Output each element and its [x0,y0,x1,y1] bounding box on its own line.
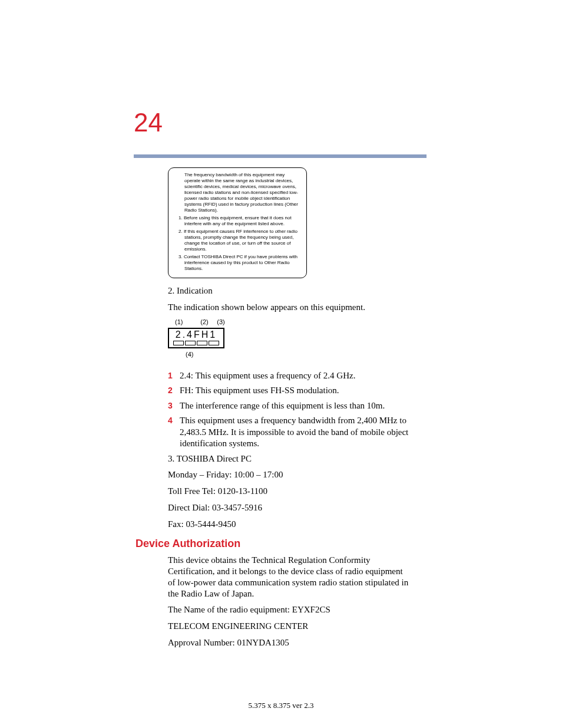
contact-heading: 3. TOSHIBA Direct PC [168,453,409,465]
indication-label-3: (3) [213,318,229,325]
auth-paragraph-3: TELECOM ENGINEERING CENTER [168,621,409,632]
indication-bars [170,341,222,345]
numbered-list: 1 2.4: This equipment uses a frequency o… [168,370,409,450]
indication-text: The indication shown below appears on th… [168,302,409,313]
list-text: FH: This equipment uses FH-SS modulation… [180,385,409,397]
list-number: 1 [168,370,180,381]
bar-icon [209,341,219,345]
list-text: The interference range of this equipment… [180,400,409,412]
bar-icon [173,341,184,345]
auth-paragraph-4: Approval Number: 01NYDA1305 [168,637,409,648]
list-item: 1 2.4: This equipment uses a frequency o… [168,370,409,382]
header-rule [134,154,427,158]
contact-fax: Fax: 03-5444-9450 [168,519,409,530]
indication-label-1: (1) [168,318,196,325]
indication-code: 2.4FH1 [170,330,222,340]
indication-heading: 2. Indication [168,285,409,297]
page-footer: 5.375 x 8.375 ver 2.3 [0,701,562,710]
page: 24 The frequency bandwidth of this equip… [0,0,562,728]
contact-tollfree: Toll Free Tel: 0120-13-1100 [168,486,409,497]
auth-paragraph-1: This device obtains the Technical Regula… [168,555,409,599]
notice-box: The frequency bandwidth of this equipmen… [168,167,307,278]
indication-label-4: (4) [168,351,242,358]
list-item: 3 The interference range of this equipme… [168,400,409,412]
list-text: This equipment uses a frequency bandwidt… [180,415,409,450]
contact-hours: Monday – Friday: 10:00 – 17:00 [168,469,409,480]
auth-paragraph-2: The Name of the radio equipment: EYXF2CS [168,604,409,615]
list-item: 4 This equipment uses a frequency bandwi… [168,415,409,450]
notice-item-3: 3. Contact TOSHIBA Direct PC if you have… [174,254,301,272]
list-number: 2 [168,385,180,396]
bar-icon [197,341,207,345]
notice-intro: The frequency bandwidth of this equipmen… [184,172,301,213]
list-number: 4 [168,415,180,426]
list-item: 2 FH: This equipment uses FH-SS modulati… [168,385,409,397]
indication-top-labels: (1) (2) (3) [168,318,233,325]
notice-item-2: 2. If this equipment causes RF interfere… [174,229,301,252]
indication-label-2: (2) [196,318,213,325]
bar-icon [185,341,196,345]
list-number: 3 [168,400,180,411]
section-title-device-authorization: Device Authorization [135,538,409,550]
page-number: 24 [134,110,163,136]
content-area: The frequency bandwidth of this equipmen… [168,167,409,654]
indication-box: 2.4FH1 [168,328,224,349]
contact-direct-dial: Direct Dial: 03-3457-5916 [168,502,409,513]
notice-item-1: 1. Before using this equipment, ensure t… [174,215,301,227]
indication-graphic: (1) (2) (3) 2.4FH1 (4) [168,318,233,364]
list-text: 2.4: This equipment uses a frequency of … [180,370,409,382]
